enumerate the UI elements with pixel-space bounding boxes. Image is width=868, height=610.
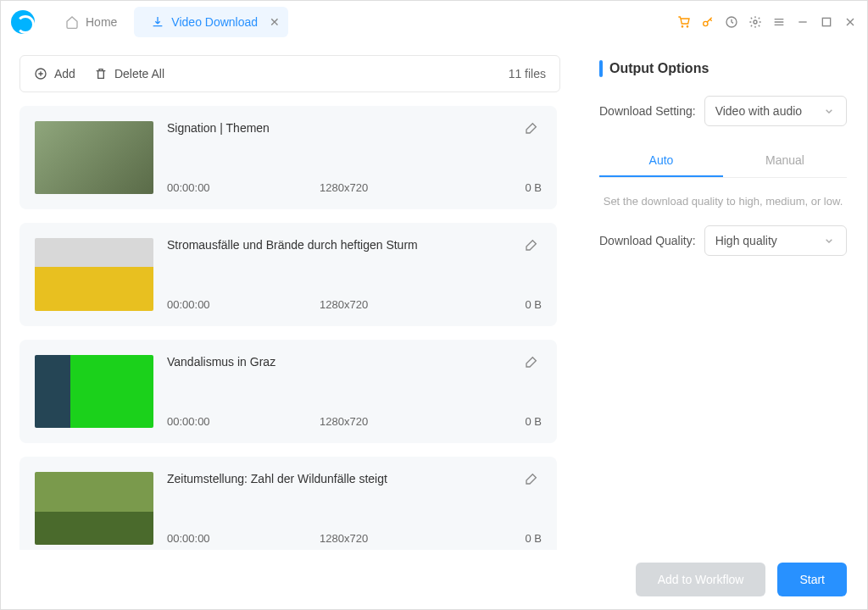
home-icon xyxy=(65,15,79,29)
item-size: 0 B xyxy=(525,415,542,428)
item-size: 0 B xyxy=(525,298,542,311)
item-title: Zeitumstellung: Zahl der Wildunfälle ste… xyxy=(167,472,542,485)
setting-value: Video with audio xyxy=(715,104,802,118)
tab-home[interactable]: Home xyxy=(48,7,134,37)
item-duration: 00:00:00 xyxy=(167,298,320,311)
thumbnail xyxy=(35,472,153,545)
edit-icon[interactable] xyxy=(525,238,538,255)
add-button[interactable]: Add xyxy=(34,67,75,80)
item-duration: 00:00:00 xyxy=(167,415,320,428)
item-resolution: 1280x720 xyxy=(320,298,525,311)
window-controls xyxy=(677,15,857,29)
tab-home-label: Home xyxy=(86,15,117,29)
options-panel: Output Options Download Setting: Video w… xyxy=(579,43,867,550)
item-size: 0 B xyxy=(525,532,542,545)
close-icon[interactable]: ✕ xyxy=(270,15,280,29)
edit-icon[interactable] xyxy=(525,355,538,372)
download-icon xyxy=(151,15,164,29)
list-item[interactable]: Signation | Themen 00:00:001280x7200 B xyxy=(19,106,557,209)
item-title: Stromausfälle und Brände durch heftigen … xyxy=(167,238,542,252)
file-count: 11 files xyxy=(509,67,546,80)
close-window-icon[interactable] xyxy=(843,15,857,29)
setting-label: Download Setting: xyxy=(599,104,696,118)
file-list: Signation | Themen 00:00:001280x7200 B S… xyxy=(19,106,560,550)
key-icon[interactable] xyxy=(701,15,715,29)
delete-all-button[interactable]: Delete All xyxy=(94,67,164,80)
item-size: 0 B xyxy=(525,181,542,194)
add-to-workflow-button[interactable]: Add to Workflow xyxy=(636,563,766,596)
tab-active-label: Video Download xyxy=(171,15,258,29)
item-duration: 00:00:00 xyxy=(167,181,320,194)
item-duration: 00:00:00 xyxy=(167,532,320,545)
start-button[interactable]: Start xyxy=(777,563,847,596)
chevron-down-icon xyxy=(822,234,836,247)
footer: Add to Workflow Start xyxy=(1,550,867,609)
trash-icon xyxy=(94,67,108,80)
download-setting-select[interactable]: Video with audio xyxy=(704,96,847,126)
gear-icon[interactable] xyxy=(748,15,762,29)
thumbnail xyxy=(35,121,153,194)
plus-icon xyxy=(34,67,47,80)
menu-icon[interactable] xyxy=(772,15,786,29)
cart-icon[interactable] xyxy=(677,15,691,29)
tab-video-download[interactable]: Video Download ✕ xyxy=(134,7,288,37)
item-title: Signation | Themen xyxy=(167,121,542,135)
item-resolution: 1280x720 xyxy=(320,532,525,545)
item-title: Vandalismus in Graz xyxy=(167,355,542,369)
tab-auto[interactable]: Auto xyxy=(599,145,723,177)
edit-icon[interactable] xyxy=(525,472,538,489)
quality-value: High quality xyxy=(715,234,777,247)
item-resolution: 1280x720 xyxy=(320,415,525,428)
svg-rect-3 xyxy=(822,18,830,25)
edit-icon[interactable] xyxy=(525,121,538,138)
add-label: Add xyxy=(54,67,75,80)
history-icon[interactable] xyxy=(725,15,738,29)
list-toolbar: Add Delete All 11 files xyxy=(19,55,560,92)
tab-manual[interactable]: Manual xyxy=(723,145,847,177)
list-item[interactable]: Stromausfälle und Brände durch heftigen … xyxy=(19,223,557,326)
list-item[interactable]: Zeitumstellung: Zahl der Wildunfälle ste… xyxy=(19,457,557,550)
minimize-icon[interactable] xyxy=(796,15,810,29)
maximize-icon[interactable] xyxy=(820,15,833,29)
chevron-down-icon xyxy=(822,104,836,118)
list-item[interactable]: Vandalismus in Graz 00:00:001280x7200 B xyxy=(19,340,557,443)
thumbnail xyxy=(35,238,153,311)
download-quality-select[interactable]: High quality xyxy=(704,225,847,256)
thumbnail xyxy=(35,355,153,428)
svg-point-2 xyxy=(754,20,757,24)
item-resolution: 1280x720 xyxy=(320,181,525,194)
quality-hint: Set the download quality to high, medium… xyxy=(599,193,847,210)
app-logo xyxy=(11,10,35,34)
titlebar: Home Video Download ✕ xyxy=(1,1,867,43)
delete-all-label: Delete All xyxy=(114,67,164,80)
quality-label: Download Quality: xyxy=(599,234,696,247)
options-header: Output Options xyxy=(599,60,847,77)
